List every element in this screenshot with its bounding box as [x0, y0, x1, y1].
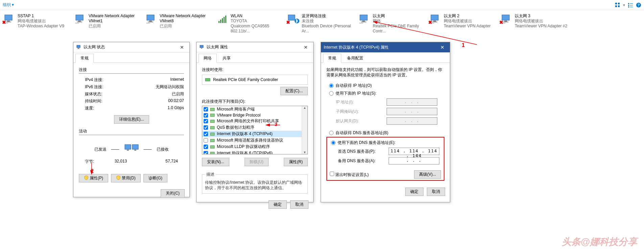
tab-general[interactable]: 常规	[323, 54, 341, 63]
adapter-status: 网络电缆被拔出	[18, 19, 64, 24]
adapter-5[interactable]: 以太网网络Realtek PCIe GbE Family Contr...	[356, 12, 428, 35]
svg-rect-42	[127, 150, 129, 151]
adapter-4[interactable]: ✖蓝牙网络连接未连接Bluetooth Device (Personal Ar.…	[285, 12, 356, 35]
protocol-checkbox[interactable]	[204, 132, 208, 136]
svg-rect-40	[125, 145, 131, 149]
details-button[interactable]: 详细信息(E)...	[114, 115, 149, 124]
svg-rect-38	[78, 48, 79, 49]
close-icon[interactable]: ✕	[438, 44, 447, 51]
protocol-item[interactable]: Microsoft LLDP 协议驱动程序	[202, 144, 307, 150]
ok-button[interactable]: 确定	[405, 187, 423, 196]
adapter-desc: TAP-Windows Adapter V9	[18, 24, 64, 29]
validate-checkbox-label[interactable]: 退出时验证设置(L)	[330, 172, 369, 178]
preferred-dns-input[interactable]: 114 . 114 . 114 . 144	[389, 148, 439, 155]
svg-rect-18	[147, 15, 154, 20]
auto-dns-radio[interactable]	[329, 131, 334, 135]
protocol-item[interactable]: Internet 协议版本 6 (TCP/IPv6)	[202, 150, 307, 154]
protocol-icon	[210, 138, 215, 143]
protocol-item[interactable]: Microsoft 网络适配器多路传送器协议	[202, 137, 307, 144]
adapter-3[interactable]: WLANTOYOTAQualcomm QCA9565 802.11b/...	[214, 12, 285, 35]
diagnose-button[interactable]: 诊断(G)	[143, 174, 167, 182]
nic-icon	[205, 77, 210, 82]
install-button[interactable]: 安装(N)...	[202, 158, 229, 166]
organize-menu[interactable]: 组织 ▾	[3, 2, 14, 8]
adapter-name: SSTAP 1	[18, 14, 64, 19]
configure-button[interactable]: 配置(C)...	[280, 87, 308, 95]
close-icon[interactable]: ✕	[177, 44, 187, 51]
item-properties-button[interactable]: 属性(R)	[284, 158, 308, 166]
adapter-icon	[216, 14, 229, 24]
annotation-1: 1	[462, 42, 465, 48]
adapter-name: 以太网	[373, 14, 426, 19]
svg-rect-25	[225, 16, 226, 23]
svg-point-27	[295, 19, 299, 23]
protocol-checkbox[interactable]	[204, 107, 208, 111]
ip-input[interactable]: . . .	[387, 98, 437, 106]
scrollbar[interactable]: ▲▼	[302, 106, 307, 154]
protocol-checkbox[interactable]	[204, 125, 208, 130]
svg-rect-16	[78, 21, 81, 22]
protocol-item[interactable]: Internet 协议版本 4 (TCP/IPv4)	[202, 131, 307, 137]
adapter-6[interactable]: ✖以太网 2网络电缆被拔出TeamViewer VPN Adapter	[428, 12, 499, 35]
tab-general[interactable]: 常规	[75, 54, 94, 63]
svg-rect-51	[210, 133, 214, 135]
tab-alternate[interactable]: 备用配置	[342, 54, 368, 62]
protocol-icon	[210, 119, 215, 124]
protocol-checkbox[interactable]	[204, 145, 208, 149]
svg-rect-54	[210, 152, 214, 155]
svg-rect-37	[77, 45, 80, 48]
protocol-checkbox[interactable]	[204, 138, 208, 143]
alternate-dns-input[interactable]: . . .	[389, 157, 439, 165]
close-button[interactable]: 关闭(C)	[161, 189, 185, 198]
protocol-item[interactable]: Microsoft 网络的文件和打印机共享	[202, 118, 307, 124]
disconnected-icon: ✖	[499, 20, 503, 25]
protocol-list[interactable]: ▲▼ Microsoft 网络客户端VMware Bridge Protocol…	[202, 106, 308, 154]
protocol-icon	[210, 151, 215, 155]
dialog-title: 以太网 属性	[207, 44, 228, 50]
svg-rect-14	[6, 22, 11, 22]
adapter-2[interactable]: VMware Network Adapter VMnet8已启用	[143, 12, 214, 35]
cancel-button[interactable]: 取消	[427, 187, 445, 196]
mask-input[interactable]: . . .	[387, 108, 437, 115]
ok-button[interactable]: 确定	[269, 200, 287, 209]
view-details-icon[interactable]	[628, 2, 633, 8]
adapter-0[interactable]: ✖SSTAP 1网络电缆被拔出TAP-Windows Adapter V9	[1, 12, 72, 35]
disable-button[interactable]: 禁用(D)	[111, 174, 141, 182]
adapter-status: 已启用	[89, 24, 141, 29]
adapter-status: 网络电缆被拔出	[515, 19, 567, 24]
svg-rect-8	[628, 6, 629, 7]
title-bar: Internet 协议版本 4 (TCP/IPv4) 属性 ✕	[321, 42, 450, 52]
svg-text:?: ?	[638, 3, 640, 7]
svg-rect-19	[149, 21, 152, 22]
adapter-list: ✖SSTAP 1网络电缆被拔出TAP-Windows Adapter V9VMw…	[0, 10, 644, 37]
view-large-icon[interactable]	[615, 2, 620, 8]
cancel-button[interactable]: 取消	[290, 200, 308, 209]
protocol-item[interactable]: Microsoft 网络客户端	[202, 106, 307, 112]
properties-button[interactable]: 属性(P)	[79, 174, 108, 182]
annotation-3: 3	[275, 122, 277, 127]
close-icon[interactable]: ✕	[301, 44, 310, 51]
adapter-desc: Realtek PCIe GbE Family Contr...	[373, 24, 426, 34]
disconnected-icon: ✖	[2, 20, 6, 25]
protocol-checkbox[interactable]	[204, 119, 208, 123]
validate-checkbox[interactable]	[330, 172, 334, 176]
tab-sharing[interactable]: 共享	[217, 54, 236, 62]
advanced-button[interactable]: 高级(V)...	[414, 170, 441, 179]
manual-ip-radio[interactable]	[329, 91, 334, 96]
protocol-item[interactable]: VMware Bridge Protocol	[202, 112, 307, 118]
adapter-status: 已启用	[160, 24, 212, 29]
uninstall-button[interactable]: 卸载(U)	[245, 158, 269, 166]
auto-ip-radio[interactable]	[329, 83, 334, 88]
protocol-checkbox[interactable]	[204, 151, 208, 154]
manual-dns-radio[interactable]	[331, 141, 336, 145]
svg-rect-28	[360, 15, 367, 20]
adapter-1[interactable]: VMware Network Adapter VMnet1已启用	[72, 12, 143, 35]
protocol-icon	[210, 125, 215, 130]
gateway-input[interactable]: . . .	[387, 117, 437, 125]
protocol-checkbox[interactable]	[204, 113, 208, 118]
tab-network[interactable]: 网络	[199, 54, 217, 63]
adapter-7[interactable]: ✖以太网 3网络电缆被拔出TeamViewer VPN Adapter #2	[499, 12, 570, 35]
adapter-icon: ✖	[501, 14, 513, 24]
protocol-item[interactable]: QoS 数据包计划程序	[202, 124, 307, 131]
help-icon[interactable]: ?	[636, 2, 641, 8]
